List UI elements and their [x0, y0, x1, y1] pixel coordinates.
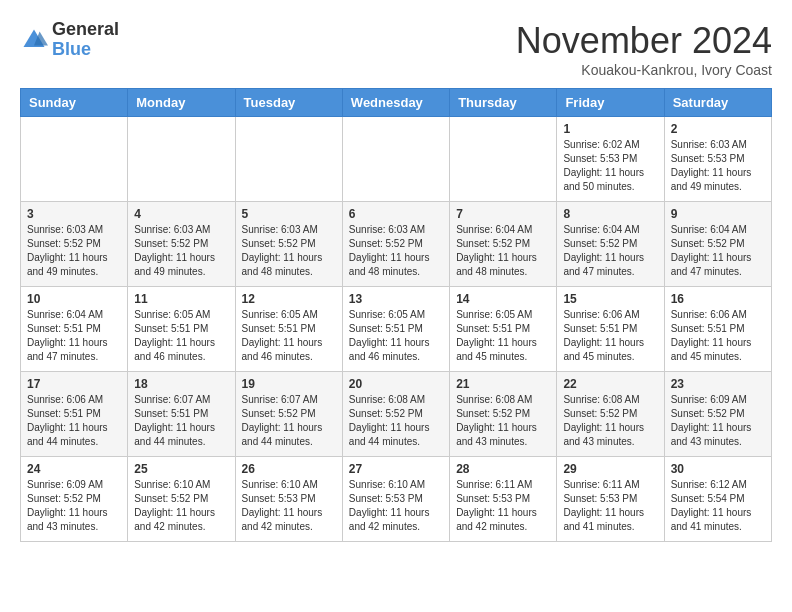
- day-info: Sunrise: 6:03 AM Sunset: 5:52 PM Dayligh…: [27, 223, 121, 279]
- day-number: 3: [27, 207, 121, 221]
- title-block: November 2024 Kouakou-Kankrou, Ivory Coa…: [516, 20, 772, 78]
- calendar-cell: 14Sunrise: 6:05 AM Sunset: 5:51 PM Dayli…: [450, 287, 557, 372]
- day-info: Sunrise: 6:10 AM Sunset: 5:53 PM Dayligh…: [349, 478, 443, 534]
- day-number: 10: [27, 292, 121, 306]
- calendar-table: SundayMondayTuesdayWednesdayThursdayFrid…: [20, 88, 772, 542]
- day-info: Sunrise: 6:05 AM Sunset: 5:51 PM Dayligh…: [242, 308, 336, 364]
- day-info: Sunrise: 6:06 AM Sunset: 5:51 PM Dayligh…: [27, 393, 121, 449]
- calendar-cell: 3Sunrise: 6:03 AM Sunset: 5:52 PM Daylig…: [21, 202, 128, 287]
- calendar-cell: 29Sunrise: 6:11 AM Sunset: 5:53 PM Dayli…: [557, 457, 664, 542]
- day-number: 2: [671, 122, 765, 136]
- day-info: Sunrise: 6:03 AM Sunset: 5:52 PM Dayligh…: [349, 223, 443, 279]
- calendar-cell: 9Sunrise: 6:04 AM Sunset: 5:52 PM Daylig…: [664, 202, 771, 287]
- day-number: 25: [134, 462, 228, 476]
- day-info: Sunrise: 6:04 AM Sunset: 5:51 PM Dayligh…: [27, 308, 121, 364]
- calendar-cell: 1Sunrise: 6:02 AM Sunset: 5:53 PM Daylig…: [557, 117, 664, 202]
- day-info: Sunrise: 6:06 AM Sunset: 5:51 PM Dayligh…: [563, 308, 657, 364]
- day-info: Sunrise: 6:08 AM Sunset: 5:52 PM Dayligh…: [563, 393, 657, 449]
- calendar-cell: 4Sunrise: 6:03 AM Sunset: 5:52 PM Daylig…: [128, 202, 235, 287]
- calendar-cell: 2Sunrise: 6:03 AM Sunset: 5:53 PM Daylig…: [664, 117, 771, 202]
- calendar-day-header: Monday: [128, 89, 235, 117]
- day-number: 6: [349, 207, 443, 221]
- calendar-cell: 6Sunrise: 6:03 AM Sunset: 5:52 PM Daylig…: [342, 202, 449, 287]
- calendar-cell: 10Sunrise: 6:04 AM Sunset: 5:51 PM Dayli…: [21, 287, 128, 372]
- calendar-cell: [450, 117, 557, 202]
- calendar-cell: 18Sunrise: 6:07 AM Sunset: 5:51 PM Dayli…: [128, 372, 235, 457]
- day-number: 1: [563, 122, 657, 136]
- day-number: 11: [134, 292, 228, 306]
- day-number: 7: [456, 207, 550, 221]
- day-info: Sunrise: 6:08 AM Sunset: 5:52 PM Dayligh…: [456, 393, 550, 449]
- logo-icon: [20, 26, 48, 54]
- page-header: General Blue November 2024 Kouakou-Kankr…: [20, 20, 772, 78]
- day-info: Sunrise: 6:05 AM Sunset: 5:51 PM Dayligh…: [456, 308, 550, 364]
- day-number: 30: [671, 462, 765, 476]
- calendar-cell: 16Sunrise: 6:06 AM Sunset: 5:51 PM Dayli…: [664, 287, 771, 372]
- day-number: 19: [242, 377, 336, 391]
- day-info: Sunrise: 6:03 AM Sunset: 5:53 PM Dayligh…: [671, 138, 765, 194]
- calendar-cell: 11Sunrise: 6:05 AM Sunset: 5:51 PM Dayli…: [128, 287, 235, 372]
- day-number: 27: [349, 462, 443, 476]
- calendar-cell: [235, 117, 342, 202]
- calendar-cell: 25Sunrise: 6:10 AM Sunset: 5:52 PM Dayli…: [128, 457, 235, 542]
- day-number: 9: [671, 207, 765, 221]
- day-info: Sunrise: 6:04 AM Sunset: 5:52 PM Dayligh…: [456, 223, 550, 279]
- calendar-week-row: 24Sunrise: 6:09 AM Sunset: 5:52 PM Dayli…: [21, 457, 772, 542]
- calendar-day-header: Sunday: [21, 89, 128, 117]
- calendar-cell: 21Sunrise: 6:08 AM Sunset: 5:52 PM Dayli…: [450, 372, 557, 457]
- calendar-cell: 22Sunrise: 6:08 AM Sunset: 5:52 PM Dayli…: [557, 372, 664, 457]
- day-info: Sunrise: 6:05 AM Sunset: 5:51 PM Dayligh…: [134, 308, 228, 364]
- month-title: November 2024: [516, 20, 772, 62]
- day-info: Sunrise: 6:07 AM Sunset: 5:51 PM Dayligh…: [134, 393, 228, 449]
- calendar-cell: [21, 117, 128, 202]
- calendar-week-row: 10Sunrise: 6:04 AM Sunset: 5:51 PM Dayli…: [21, 287, 772, 372]
- day-info: Sunrise: 6:06 AM Sunset: 5:51 PM Dayligh…: [671, 308, 765, 364]
- day-info: Sunrise: 6:10 AM Sunset: 5:52 PM Dayligh…: [134, 478, 228, 534]
- day-info: Sunrise: 6:12 AM Sunset: 5:54 PM Dayligh…: [671, 478, 765, 534]
- calendar-cell: 19Sunrise: 6:07 AM Sunset: 5:52 PM Dayli…: [235, 372, 342, 457]
- day-number: 15: [563, 292, 657, 306]
- day-number: 21: [456, 377, 550, 391]
- calendar-header-row: SundayMondayTuesdayWednesdayThursdayFrid…: [21, 89, 772, 117]
- day-number: 18: [134, 377, 228, 391]
- calendar-cell: 24Sunrise: 6:09 AM Sunset: 5:52 PM Dayli…: [21, 457, 128, 542]
- calendar-cell: [128, 117, 235, 202]
- calendar-cell: 26Sunrise: 6:10 AM Sunset: 5:53 PM Dayli…: [235, 457, 342, 542]
- calendar-week-row: 17Sunrise: 6:06 AM Sunset: 5:51 PM Dayli…: [21, 372, 772, 457]
- day-number: 14: [456, 292, 550, 306]
- calendar-cell: 30Sunrise: 6:12 AM Sunset: 5:54 PM Dayli…: [664, 457, 771, 542]
- day-number: 20: [349, 377, 443, 391]
- calendar-cell: 20Sunrise: 6:08 AM Sunset: 5:52 PM Dayli…: [342, 372, 449, 457]
- day-info: Sunrise: 6:02 AM Sunset: 5:53 PM Dayligh…: [563, 138, 657, 194]
- day-number: 24: [27, 462, 121, 476]
- day-info: Sunrise: 6:04 AM Sunset: 5:52 PM Dayligh…: [671, 223, 765, 279]
- calendar-cell: 12Sunrise: 6:05 AM Sunset: 5:51 PM Dayli…: [235, 287, 342, 372]
- day-info: Sunrise: 6:11 AM Sunset: 5:53 PM Dayligh…: [456, 478, 550, 534]
- day-number: 29: [563, 462, 657, 476]
- calendar-cell: 23Sunrise: 6:09 AM Sunset: 5:52 PM Dayli…: [664, 372, 771, 457]
- day-info: Sunrise: 6:07 AM Sunset: 5:52 PM Dayligh…: [242, 393, 336, 449]
- calendar-cell: 15Sunrise: 6:06 AM Sunset: 5:51 PM Dayli…: [557, 287, 664, 372]
- day-info: Sunrise: 6:09 AM Sunset: 5:52 PM Dayligh…: [27, 478, 121, 534]
- day-number: 17: [27, 377, 121, 391]
- day-number: 23: [671, 377, 765, 391]
- calendar-cell: 28Sunrise: 6:11 AM Sunset: 5:53 PM Dayli…: [450, 457, 557, 542]
- day-number: 13: [349, 292, 443, 306]
- calendar-week-row: 3Sunrise: 6:03 AM Sunset: 5:52 PM Daylig…: [21, 202, 772, 287]
- day-info: Sunrise: 6:08 AM Sunset: 5:52 PM Dayligh…: [349, 393, 443, 449]
- calendar-cell: 17Sunrise: 6:06 AM Sunset: 5:51 PM Dayli…: [21, 372, 128, 457]
- day-info: Sunrise: 6:03 AM Sunset: 5:52 PM Dayligh…: [134, 223, 228, 279]
- location-title: Kouakou-Kankrou, Ivory Coast: [516, 62, 772, 78]
- day-info: Sunrise: 6:05 AM Sunset: 5:51 PM Dayligh…: [349, 308, 443, 364]
- day-number: 26: [242, 462, 336, 476]
- day-info: Sunrise: 6:04 AM Sunset: 5:52 PM Dayligh…: [563, 223, 657, 279]
- calendar-cell: 13Sunrise: 6:05 AM Sunset: 5:51 PM Dayli…: [342, 287, 449, 372]
- calendar-day-header: Tuesday: [235, 89, 342, 117]
- logo-blue-text: Blue: [52, 40, 119, 60]
- day-number: 8: [563, 207, 657, 221]
- day-number: 28: [456, 462, 550, 476]
- calendar-day-header: Thursday: [450, 89, 557, 117]
- day-number: 16: [671, 292, 765, 306]
- day-info: Sunrise: 6:10 AM Sunset: 5:53 PM Dayligh…: [242, 478, 336, 534]
- logo: General Blue: [20, 20, 119, 60]
